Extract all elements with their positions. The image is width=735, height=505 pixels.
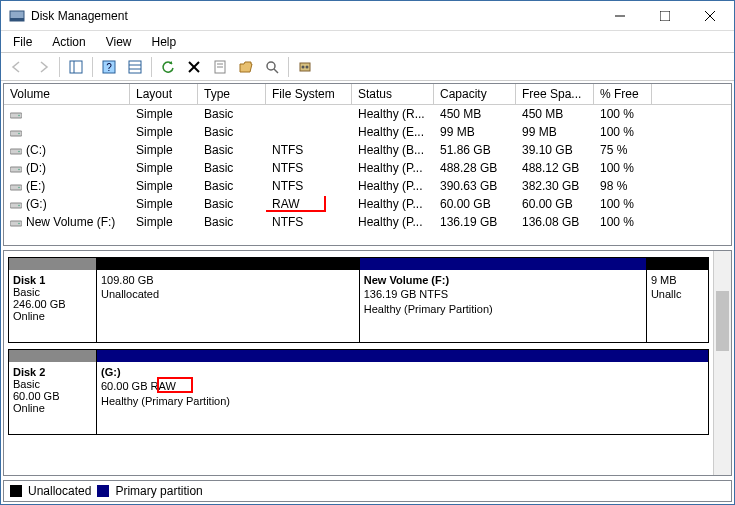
show-hide-tree-icon[interactable] [64, 55, 88, 79]
back-button [5, 55, 29, 79]
table-row[interactable]: SimpleBasicHealthy (E...99 MB99 MB100 % [4, 123, 731, 141]
svg-rect-35 [10, 221, 22, 226]
svg-rect-1 [10, 18, 24, 21]
volume-list: Volume Layout Type File System Status Ca… [3, 83, 732, 246]
forward-button [31, 55, 55, 79]
legend-swatch-primary [97, 485, 109, 497]
minimize-button[interactable] [597, 2, 642, 30]
maximize-button[interactable] [642, 2, 687, 30]
svg-point-26 [18, 133, 20, 135]
svg-line-19 [274, 69, 278, 73]
partition[interactable]: (G:)60.00 GB RAWHealthy (Primary Partiti… [97, 350, 708, 434]
col-filesystem[interactable]: File System [266, 84, 352, 104]
svg-point-32 [18, 187, 20, 189]
svg-rect-10 [129, 61, 141, 73]
table-row[interactable]: (G:)SimpleBasicRAWHealthy (P...60.00 GB6… [4, 195, 731, 213]
table-row[interactable]: (D:)SimpleBasicNTFSHealthy (P...488.28 G… [4, 159, 731, 177]
table-row[interactable]: (E:)SimpleBasicNTFSHealthy (P...390.63 G… [4, 177, 731, 195]
app-icon [9, 8, 25, 24]
svg-point-28 [18, 151, 20, 153]
legend-primary: Primary partition [115, 484, 202, 498]
disk-label[interactable]: Disk 2Basic60.00 GBOnline [8, 349, 96, 435]
disk-label[interactable]: Disk 1Basic246.00 GBOnline [8, 257, 96, 343]
svg-text:?: ? [106, 62, 112, 73]
col-type[interactable]: Type [198, 84, 266, 104]
titlebar: Disk Management [1, 1, 734, 31]
disk-row: Disk 2Basic60.00 GBOnline(G:)60.00 GB RA… [8, 349, 709, 435]
menubar: File Action View Help [1, 31, 734, 53]
svg-point-30 [18, 169, 20, 171]
svg-point-18 [267, 62, 275, 70]
table-row[interactable]: New Volume (F:)SimpleBasicNTFSHealthy (P… [4, 213, 731, 231]
legend-swatch-unallocated [10, 485, 22, 497]
find-icon[interactable] [260, 55, 284, 79]
window-title: Disk Management [31, 9, 597, 23]
svg-rect-3 [660, 11, 670, 21]
table-row[interactable]: (C:)SimpleBasicNTFSHealthy (B...51.86 GB… [4, 141, 731, 159]
col-pctfree[interactable]: % Free [594, 84, 652, 104]
col-status[interactable]: Status [352, 84, 434, 104]
menu-help[interactable]: Help [144, 33, 185, 51]
col-capacity[interactable]: Capacity [434, 84, 516, 104]
settings-icon[interactable] [293, 55, 317, 79]
svg-rect-29 [10, 167, 22, 172]
view-list-icon[interactable] [123, 55, 147, 79]
partition[interactable]: New Volume (F:)136.19 GB NTFSHealthy (Pr… [360, 258, 647, 342]
close-button[interactable] [687, 2, 732, 30]
table-row[interactable]: SimpleBasicHealthy (R...450 MB450 MB100 … [4, 105, 731, 123]
menu-file[interactable]: File [5, 33, 40, 51]
svg-rect-31 [10, 185, 22, 190]
disk-row: Disk 1Basic246.00 GBOnline109.80 GBUnall… [8, 257, 709, 343]
menu-action[interactable]: Action [44, 33, 93, 51]
svg-rect-23 [10, 113, 22, 118]
col-free[interactable]: Free Spa... [516, 84, 594, 104]
svg-point-21 [302, 65, 305, 68]
col-layout[interactable]: Layout [130, 84, 198, 104]
svg-point-24 [18, 115, 20, 117]
menu-view[interactable]: View [98, 33, 140, 51]
svg-point-22 [306, 65, 309, 68]
svg-rect-33 [10, 203, 22, 208]
scrollbar-thumb[interactable] [716, 291, 729, 351]
cancel-icon[interactable] [182, 55, 206, 79]
svg-rect-25 [10, 131, 22, 136]
volume-list-header: Volume Layout Type File System Status Ca… [4, 84, 731, 105]
properties-icon[interactable] [208, 55, 232, 79]
svg-rect-27 [10, 149, 22, 154]
col-volume[interactable]: Volume [4, 84, 130, 104]
partition[interactable]: 109.80 GBUnallocated [97, 258, 360, 342]
vertical-scrollbar[interactable] [713, 251, 731, 475]
partition[interactable]: 9 MBUnallc [647, 258, 708, 342]
refresh-icon[interactable] [156, 55, 180, 79]
toolbar: ? [1, 53, 734, 81]
svg-point-34 [18, 205, 20, 207]
disk-graphical-pane: Disk 1Basic246.00 GBOnline109.80 GBUnall… [3, 250, 732, 476]
legend: Unallocated Primary partition [3, 480, 732, 502]
svg-rect-6 [70, 61, 82, 73]
svg-point-36 [18, 223, 20, 225]
open-icon[interactable] [234, 55, 258, 79]
legend-unallocated: Unallocated [28, 484, 91, 498]
disk-management-window: Disk Management File Action View Help ? … [0, 0, 735, 505]
help-icon[interactable]: ? [97, 55, 121, 79]
